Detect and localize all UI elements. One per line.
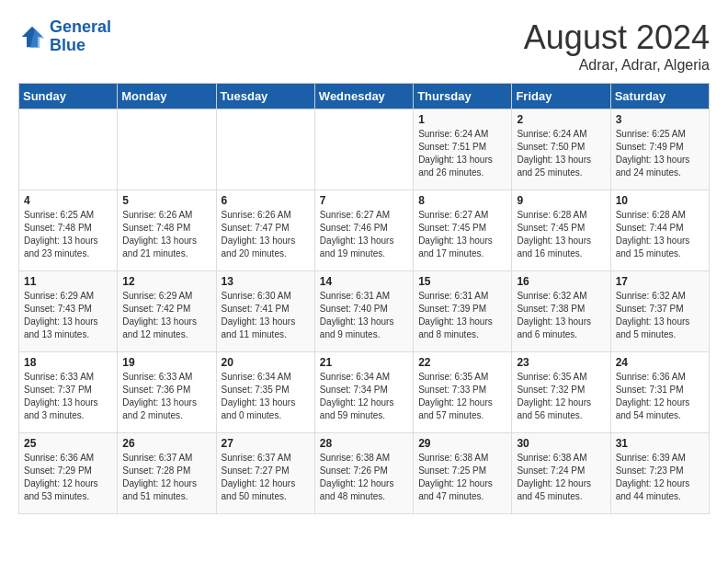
day-number: 10 [616,194,704,207]
logo-general: General [50,17,111,36]
day-info: Sunrise: 6:31 AM Sunset: 7:40 PM Dayligh… [320,290,408,341]
day-info: Sunrise: 6:36 AM Sunset: 7:29 PM Dayligh… [24,452,112,503]
calendar-cell [216,109,314,190]
day-info: Sunrise: 6:37 AM Sunset: 7:28 PM Dayligh… [122,452,210,503]
day-number: 30 [517,437,605,450]
calendar-cell: 14Sunrise: 6:31 AM Sunset: 7:40 PM Dayli… [314,271,413,352]
calendar-cell: 6Sunrise: 6:26 AM Sunset: 7:47 PM Daylig… [216,190,314,271]
calendar-cell: 24Sunrise: 6:36 AM Sunset: 7:31 PM Dayli… [610,352,709,433]
day-info: Sunrise: 6:27 AM Sunset: 7:45 PM Dayligh… [418,209,506,260]
calendar-cell: 26Sunrise: 6:37 AM Sunset: 7:28 PM Dayli… [118,433,216,514]
day-number: 2 [517,113,605,126]
calendar-cell: 4Sunrise: 6:25 AM Sunset: 7:48 PM Daylig… [19,190,118,271]
day-number: 17 [616,275,704,288]
day-info: Sunrise: 6:28 AM Sunset: 7:44 PM Dayligh… [616,209,704,260]
calendar-cell: 5Sunrise: 6:26 AM Sunset: 7:48 PM Daylig… [118,190,216,271]
calendar-header: Sunday Monday Tuesday Wednesday Thursday… [19,84,710,109]
day-number: 24 [616,356,704,369]
day-info: Sunrise: 6:36 AM Sunset: 7:31 PM Dayligh… [616,371,704,422]
calendar-cell: 29Sunrise: 6:38 AM Sunset: 7:25 PM Dayli… [414,433,512,514]
day-number: 25 [24,437,112,450]
calendar-cell: 3Sunrise: 6:25 AM Sunset: 7:49 PM Daylig… [610,109,709,190]
title-block: August 2024 Adrar, Adrar, Algeria [524,18,710,74]
day-number: 18 [24,356,112,369]
day-number: 11 [24,275,112,288]
day-number: 29 [418,437,506,450]
day-number: 6 [222,194,310,207]
day-info: Sunrise: 6:24 AM Sunset: 7:51 PM Dayligh… [418,128,506,179]
day-info: Sunrise: 6:25 AM Sunset: 7:49 PM Dayligh… [616,128,704,179]
calendar-cell: 19Sunrise: 6:33 AM Sunset: 7:36 PM Dayli… [118,352,216,433]
day-info: Sunrise: 6:25 AM Sunset: 7:48 PM Dayligh… [24,209,112,260]
calendar-cell: 23Sunrise: 6:35 AM Sunset: 7:32 PM Dayli… [512,352,610,433]
col-thursday: Thursday [414,84,512,109]
day-number: 19 [122,356,210,369]
day-info: Sunrise: 6:24 AM Sunset: 7:50 PM Dayligh… [517,128,605,179]
day-number: 8 [418,194,506,207]
day-info: Sunrise: 6:26 AM Sunset: 7:48 PM Dayligh… [122,209,210,260]
day-number: 13 [222,275,310,288]
col-wednesday: Wednesday [314,84,413,109]
page-header: General Blue August 2024 Adrar, Adrar, A… [18,18,710,74]
day-number: 16 [517,275,605,288]
day-info: Sunrise: 6:29 AM Sunset: 7:42 PM Dayligh… [122,290,210,341]
day-info: Sunrise: 6:26 AM Sunset: 7:47 PM Dayligh… [222,209,310,260]
calendar-cell: 25Sunrise: 6:36 AM Sunset: 7:29 PM Dayli… [19,433,118,514]
day-number: 26 [122,437,210,450]
month-year: August 2024 [524,18,710,57]
day-info: Sunrise: 6:37 AM Sunset: 7:27 PM Dayligh… [222,452,310,503]
calendar-cell: 28Sunrise: 6:38 AM Sunset: 7:26 PM Dayli… [314,433,413,514]
day-number: 9 [517,194,605,207]
day-info: Sunrise: 6:33 AM Sunset: 7:37 PM Dayligh… [24,371,112,422]
day-info: Sunrise: 6:33 AM Sunset: 7:36 PM Dayligh… [122,371,210,422]
calendar-cell: 9Sunrise: 6:28 AM Sunset: 7:45 PM Daylig… [512,190,610,271]
col-tuesday: Tuesday [216,84,314,109]
day-info: Sunrise: 6:34 AM Sunset: 7:35 PM Dayligh… [222,371,310,422]
day-info: Sunrise: 6:27 AM Sunset: 7:46 PM Dayligh… [320,209,408,260]
logo-text: General Blue [50,18,111,55]
calendar-cell: 17Sunrise: 6:32 AM Sunset: 7:37 PM Dayli… [610,271,709,352]
calendar-cell: 7Sunrise: 6:27 AM Sunset: 7:46 PM Daylig… [314,190,413,271]
calendar-cell: 30Sunrise: 6:38 AM Sunset: 7:24 PM Dayli… [512,433,610,514]
day-info: Sunrise: 6:39 AM Sunset: 7:23 PM Dayligh… [616,452,704,503]
logo: General Blue [18,18,111,55]
col-monday: Monday [118,84,216,109]
calendar-cell [19,109,118,190]
day-info: Sunrise: 6:34 AM Sunset: 7:34 PM Dayligh… [320,371,408,422]
calendar-cell: 18Sunrise: 6:33 AM Sunset: 7:37 PM Dayli… [19,352,118,433]
calendar-cell [314,109,413,190]
calendar-cell: 27Sunrise: 6:37 AM Sunset: 7:27 PM Dayli… [216,433,314,514]
calendar-cell: 10Sunrise: 6:28 AM Sunset: 7:44 PM Dayli… [610,190,709,271]
day-info: Sunrise: 6:32 AM Sunset: 7:37 PM Dayligh… [616,290,704,341]
day-number: 3 [616,113,704,126]
day-number: 12 [122,275,210,288]
calendar-cell: 21Sunrise: 6:34 AM Sunset: 7:34 PM Dayli… [314,352,413,433]
day-number: 5 [122,194,210,207]
calendar-cell: 15Sunrise: 6:31 AM Sunset: 7:39 PM Dayli… [414,271,512,352]
location: Adrar, Adrar, Algeria [524,57,710,74]
day-number: 28 [320,437,408,450]
calendar-week-1: 1Sunrise: 6:24 AM Sunset: 7:51 PM Daylig… [19,109,710,190]
day-info: Sunrise: 6:38 AM Sunset: 7:24 PM Dayligh… [517,452,605,503]
day-number: 7 [320,194,408,207]
col-sunday: Sunday [19,84,118,109]
day-number: 27 [222,437,310,450]
calendar-cell: 22Sunrise: 6:35 AM Sunset: 7:33 PM Dayli… [414,352,512,433]
day-number: 14 [320,275,408,288]
calendar-week-5: 25Sunrise: 6:36 AM Sunset: 7:29 PM Dayli… [19,433,710,514]
calendar-cell: 8Sunrise: 6:27 AM Sunset: 7:45 PM Daylig… [414,190,512,271]
calendar-body: 1Sunrise: 6:24 AM Sunset: 7:51 PM Daylig… [19,109,710,514]
calendar-cell: 11Sunrise: 6:29 AM Sunset: 7:43 PM Dayli… [19,271,118,352]
day-info: Sunrise: 6:29 AM Sunset: 7:43 PM Dayligh… [24,290,112,341]
day-number: 23 [517,356,605,369]
calendar-cell: 16Sunrise: 6:32 AM Sunset: 7:38 PM Dayli… [512,271,610,352]
day-number: 20 [222,356,310,369]
calendar-cell: 20Sunrise: 6:34 AM Sunset: 7:35 PM Dayli… [216,352,314,433]
calendar-table: Sunday Monday Tuesday Wednesday Thursday… [18,83,710,514]
day-info: Sunrise: 6:32 AM Sunset: 7:38 PM Dayligh… [517,290,605,341]
calendar-week-3: 11Sunrise: 6:29 AM Sunset: 7:43 PM Dayli… [19,271,710,352]
calendar-cell: 12Sunrise: 6:29 AM Sunset: 7:42 PM Dayli… [118,271,216,352]
logo-blue: Blue [50,36,85,54]
day-number: 1 [418,113,506,126]
calendar-week-2: 4Sunrise: 6:25 AM Sunset: 7:48 PM Daylig… [19,190,710,271]
